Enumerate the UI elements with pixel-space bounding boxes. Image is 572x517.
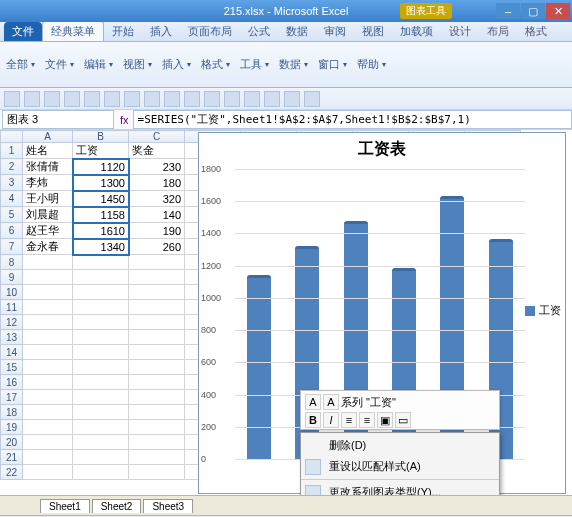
cell[interactable]: 奖金 xyxy=(129,143,185,159)
row-header[interactable]: 7 xyxy=(1,239,23,255)
align-icon[interactable]: ≡ xyxy=(359,412,375,428)
sheet-tab-bar: Sheet1 Sheet2 Sheet3 xyxy=(0,495,572,515)
chart-bar[interactable] xyxy=(247,279,271,459)
tab-file[interactable]: 文件 xyxy=(4,22,42,41)
row-header[interactable]: 4 xyxy=(1,191,23,207)
menu-tools[interactable]: 工具 xyxy=(240,57,269,72)
maximize-button[interactable]: ▢ xyxy=(521,3,545,19)
qat-icon[interactable] xyxy=(264,91,280,107)
row-header[interactable]: 6 xyxy=(1,223,23,239)
qat-icon[interactable] xyxy=(4,91,20,107)
mini-toolbar[interactable]: A A 系列 "工资" B I ≡ ≡ ▣ ▭ xyxy=(300,390,500,430)
qat-icon[interactable] xyxy=(224,91,240,107)
y-tick-label: 800 xyxy=(201,325,216,335)
cell[interactable]: 320 xyxy=(129,191,185,207)
cell[interactable]: 140 xyxy=(129,207,185,223)
qat-icon[interactable] xyxy=(24,91,40,107)
cell[interactable]: 1340 xyxy=(73,239,129,255)
cell[interactable]: 张倩倩 xyxy=(23,159,73,175)
qat-icon[interactable] xyxy=(104,91,120,107)
cell[interactable]: 赵王华 xyxy=(23,223,73,239)
row-header[interactable]: 3 xyxy=(1,175,23,191)
legend-label: 工资 xyxy=(539,303,561,318)
ribbon-tabs: 文件 经典菜单 开始 插入 页面布局 公式 数据 审阅 视图 加载项 设计 布局… xyxy=(0,22,572,42)
menu-data[interactable]: 数据 xyxy=(279,57,308,72)
tab-data[interactable]: 数据 xyxy=(278,22,316,41)
menu-insert[interactable]: 插入 xyxy=(162,57,191,72)
qat-icon[interactable] xyxy=(144,91,160,107)
qat-icon[interactable] xyxy=(64,91,80,107)
cell[interactable]: 王小明 xyxy=(23,191,73,207)
cell[interactable]: 1610 xyxy=(73,223,129,239)
col-header[interactable]: B xyxy=(73,131,129,143)
cell[interactable]: 1450 xyxy=(73,191,129,207)
tab-review[interactable]: 审阅 xyxy=(316,22,354,41)
qat-icon[interactable] xyxy=(44,91,60,107)
fx-icon[interactable]: fx xyxy=(116,114,133,126)
tab-formulas[interactable]: 公式 xyxy=(240,22,278,41)
tab-page-layout[interactable]: 页面布局 xyxy=(180,22,240,41)
qat-icon[interactable] xyxy=(164,91,180,107)
menu-file[interactable]: 文件 xyxy=(45,57,74,72)
close-button[interactable]: ✕ xyxy=(546,3,570,19)
cell[interactable]: 1300 xyxy=(73,175,129,191)
tab-addins[interactable]: 加载项 xyxy=(392,22,441,41)
tab-layout[interactable]: 布局 xyxy=(479,22,517,41)
border-icon[interactable]: ▭ xyxy=(395,412,411,428)
qat-icon[interactable] xyxy=(124,91,140,107)
bold-icon[interactable]: B xyxy=(305,412,321,428)
ctx-delete[interactable]: 删除(D) xyxy=(301,435,499,456)
tab-format[interactable]: 格式 xyxy=(517,22,555,41)
tab-insert[interactable]: 插入 xyxy=(142,22,180,41)
qat-icon[interactable] xyxy=(244,91,260,107)
cell[interactable]: 工资 xyxy=(73,143,129,159)
minimize-button[interactable]: – xyxy=(496,3,520,19)
ctx-change-chart-type[interactable]: 更改系列图表类型(Y)... xyxy=(301,482,499,495)
sheet-tab[interactable]: Sheet2 xyxy=(92,499,142,513)
tab-view[interactable]: 视图 xyxy=(354,22,392,41)
cell[interactable]: 李炜 xyxy=(23,175,73,191)
qat-icon[interactable] xyxy=(84,91,100,107)
sheet-tab[interactable]: Sheet3 xyxy=(143,499,193,513)
tab-classic-menu[interactable]: 经典菜单 xyxy=(42,21,104,41)
sheet-tab[interactable]: Sheet1 xyxy=(40,499,90,513)
y-tick-label: 600 xyxy=(201,357,216,367)
col-header[interactable]: A xyxy=(23,131,73,143)
qat-icon[interactable] xyxy=(204,91,220,107)
cell[interactable]: 180 xyxy=(129,175,185,191)
row-header[interactable]: 1 xyxy=(1,143,23,159)
font-color-icon[interactable]: A xyxy=(305,394,321,410)
tab-design[interactable]: 设计 xyxy=(441,22,479,41)
row-header[interactable]: 2 xyxy=(1,159,23,175)
ctx-reset-style[interactable]: 重设以匹配样式(A) xyxy=(301,456,499,477)
align-icon[interactable]: ≡ xyxy=(341,412,357,428)
chart-title[interactable]: 工资表 xyxy=(199,133,565,166)
cell[interactable]: 刘晨超 xyxy=(23,207,73,223)
decrease-font-icon[interactable]: A xyxy=(323,394,339,410)
italic-icon[interactable]: I xyxy=(323,412,339,428)
col-header[interactable]: C xyxy=(129,131,185,143)
cell[interactable]: 金永春 xyxy=(23,239,73,255)
formula-input[interactable]: =SERIES("工资",Sheet1!$A$2:$A$7,Sheet1!$B$… xyxy=(133,110,572,129)
menu-edit[interactable]: 编辑 xyxy=(84,57,113,72)
menu-format[interactable]: 格式 xyxy=(201,57,230,72)
qat-icon[interactable] xyxy=(304,91,320,107)
chart-legend[interactable]: 工资 xyxy=(525,303,561,318)
row-header[interactable]: 5 xyxy=(1,207,23,223)
fill-icon[interactable]: ▣ xyxy=(377,412,393,428)
cell[interactable]: 姓名 xyxy=(23,143,73,159)
cell[interactable]: 190 xyxy=(129,223,185,239)
tab-home[interactable]: 开始 xyxy=(104,22,142,41)
qat-icon[interactable] xyxy=(184,91,200,107)
menu-window[interactable]: 窗口 xyxy=(318,57,347,72)
qat-icon[interactable] xyxy=(284,91,300,107)
name-box[interactable]: 图表 3 xyxy=(2,110,114,129)
cell[interactable]: 230 xyxy=(129,159,185,175)
menu-view[interactable]: 视图 xyxy=(123,57,152,72)
cell[interactable]: 1158 xyxy=(73,207,129,223)
menu-all[interactable]: 全部 xyxy=(6,57,35,72)
cell[interactable]: 260 xyxy=(129,239,185,255)
cell[interactable]: 1120 xyxy=(73,159,129,175)
menu-help[interactable]: 帮助 xyxy=(357,57,386,72)
worksheet-grid[interactable]: A B C D E F G H I 1 姓名 工资 奖金 2 张倩倩 1120 … xyxy=(0,130,572,495)
